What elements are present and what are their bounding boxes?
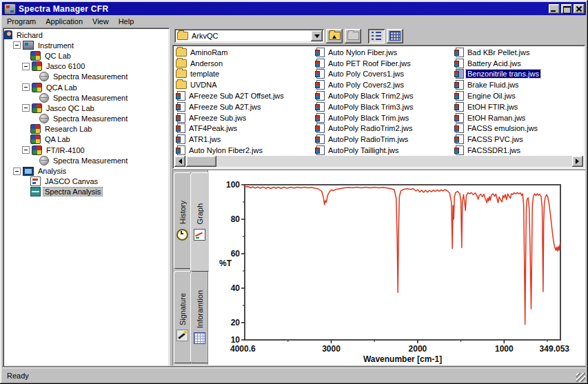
app-icon[interactable] [4,3,16,14]
folder-icon [176,59,187,68]
tree-item-qa-lab[interactable]: QA Lab [3,134,170,145]
tree-item-richard[interactable]: Richard [3,30,170,40]
tree-item-qc-lab[interactable]: QC Lab [3,50,170,61]
menu-program[interactable]: Program [2,16,41,27]
scrollbar-track[interactable] [185,156,572,167]
tree-item-label: QA Lab [43,135,72,143]
folder-item-aminoram[interactable]: AminoRam [174,47,314,58]
tree-item-qca-lab[interactable]: QCA Lab [3,82,170,92]
file-item-bad-kbr-pellet-jws[interactable]: Bad KBr Pellet.jws [453,47,583,58]
menu-application[interactable]: Application [41,16,88,27]
tab-information[interactable]: Inforamtion [190,271,209,363]
file-item-engine-oil-jws[interactable]: Engine Oil.jws [453,90,583,101]
jws-file-icon [177,123,185,133]
collapse-expander-icon[interactable] [22,146,30,154]
list-view-button[interactable] [368,29,385,43]
file-browser: ArkvQC AminoRamAndersontemplateUVDNAAFre… [172,27,585,169]
tree-item-label: Jasco 6100 [45,62,86,70]
tree-item-jasco-canvas[interactable]: JASCO Canvas [3,176,170,187]
tree-item-spectra-measurement[interactable]: Spectra Measurement [3,72,170,82]
collapse-expander-icon[interactable] [13,168,21,175]
tree-item-instrument[interactable]: Instrument [3,40,170,50]
jws-file-icon [177,113,185,123]
file-name: Benzonitrile trans.jws [466,70,540,78]
folder-icon [176,70,187,78]
tree-item-spectra-measurement[interactable]: Spectra Measurement [3,114,170,124]
file-item-battery-acid-jws[interactable]: Battery Acid.jws [453,58,583,69]
file-name: AutoPoly RadioTrim2.jws [327,124,414,132]
tree-item-spectra-measurement[interactable]: Spectra Measurement [3,155,170,165]
jws-file-icon [456,48,464,57]
folder-item-uvdna[interactable]: UVDNA [174,79,314,90]
tab-signature[interactable]: Signature [174,271,191,363]
y-tick-label: 100 [226,180,240,190]
file-item-etoh-ftir-jws[interactable]: EtOH FTIR.jws [453,101,583,112]
scroll-left-button[interactable] [174,156,185,167]
collapse-expander-icon[interactable] [22,63,30,70]
file-item-auto-nylon-fiber-jws[interactable]: Auto Nylon Fiber.jws [314,47,453,58]
minimize-button[interactable] [549,4,560,14]
tab-history[interactable]: History [174,172,191,269]
x-axis-start-label: 4000.6 [230,344,256,354]
file-item-auto-poly-covers2-jws[interactable]: Auto Poly Covers2.jws [314,79,453,90]
folder-combo[interactable]: ArkvQC [174,29,324,43]
new-folder-button[interactable] [345,29,361,43]
file-item-atr1-jws[interactable]: ATR1.jws [174,134,314,145]
up-one-level-button[interactable] [326,29,343,43]
tree-item-analysis[interactable]: Analysis [3,165,170,176]
tree-item-label: QCA Lab [45,83,79,92]
file-item-autopoly-radiotrim-jws[interactable]: AutoPoly RadioTrim.jws [314,134,453,145]
file-item-brake-fluid-jws[interactable]: Brake Fluid.jws [453,79,583,90]
file-item-afreeze-sub-a2t-offset-jws[interactable]: AFreeze Sub A2T Offset.jws [174,90,314,101]
file-item-benzonitrile-trans-jws[interactable]: Benzonitrile trans.jws [453,69,583,80]
file-name: EtOH FTIR.jws [466,103,519,111]
file-name: Auto Nylon Fiber.jws [327,48,398,57]
file-item-autopoly-radiotrim2-jws[interactable]: AutoPoly RadioTrim2.jws [314,123,453,134]
information-icon [194,332,205,344]
file-item-facss-emulsion-jws[interactable]: FACSS emulsion.jws [453,123,583,134]
tree-item-research-lab[interactable]: Research Lab [3,124,170,134]
file-item-auto-nylon-fiber2-jws[interactable]: Auto Nylon Fiber2.jws [174,145,314,156]
spectra-analysis-icon [30,187,41,196]
file-item-autopoly-taillight-jws[interactable]: AutoPoly Taillight.jws [314,145,453,156]
jws-file-icon [456,91,464,101]
scrollbar-thumb[interactable] [186,156,216,167]
chart-area: 30002000100010080604020104000.6349.053Wa… [207,170,585,365]
collapse-expander-icon[interactable] [13,41,21,49]
tree-item-spectra-analysis[interactable]: Spectra Analysis [3,187,170,197]
file-item-atf4peak-jws[interactable]: ATF4Peak.jws [174,123,314,134]
resize-grip[interactable] [576,373,585,382]
menu-help[interactable]: Help [114,16,139,27]
combo-dropdown-button[interactable] [311,30,323,41]
scroll-right-button[interactable] [572,156,583,167]
file-toolbar: ArkvQC [172,27,585,45]
collapse-expander-icon[interactable] [22,83,30,91]
file-item-autopoly-black-trim3-jws[interactable]: AutoPoly Black Trim3.jws [314,101,453,112]
file-item-facssdr1-jws[interactable]: FACSSDR1.jws [453,145,583,156]
tree-item-jasco-6100[interactable]: Jasco 6100 [3,61,170,72]
menu-view[interactable]: View [88,16,114,27]
spectrum-line [245,187,560,325]
file-item-afreeze-sub-jws[interactable]: AFreeze Sub.jws [174,112,314,123]
file-item-auto-pet-roof-fiber-jws[interactable]: Auto PET Roof Fiber.jws [314,58,453,69]
tree-item-spectra-measurement[interactable]: Spectra Measurement [3,92,170,103]
tab-graph[interactable]: Graph [190,172,209,272]
tree-item-ft-ir-4100[interactable]: FT/IR-4100 [3,145,170,155]
x-tick-label: 1000 [495,344,514,354]
horizontal-scrollbar[interactable] [174,156,583,167]
collapse-expander-icon[interactable] [22,104,30,112]
close-button[interactable] [574,4,585,14]
details-view-button[interactable] [387,29,403,43]
file-item-autopoly-black-trim-jws[interactable]: AutoPoly Black Trim.jws [314,112,453,123]
file-item-etoh-raman-jws[interactable]: EtOH Raman.jws [453,112,583,123]
folder-item-anderson[interactable]: Anderson [174,58,314,69]
file-item-autopoly-black-trim2-jws[interactable]: AutoPoly Black Trim2.jws [314,90,453,101]
maximize-button[interactable] [561,4,572,14]
close-icon [574,4,585,14]
folder-item-template[interactable]: template [174,69,314,80]
tree-item-jasco-qc-lab[interactable]: Jasco QC Lab [3,103,170,113]
file-item-facss-pvc-jws[interactable]: FACSS PVC.jws [453,134,583,145]
file-item-afreeze-sub-a2t-jws[interactable]: AFreeze Sub A2T.jws [174,101,314,112]
file-item-auto-poly-covers1-jws[interactable]: Auto Poly Covers1.jws [314,69,453,80]
jws-file-icon [316,69,325,79]
